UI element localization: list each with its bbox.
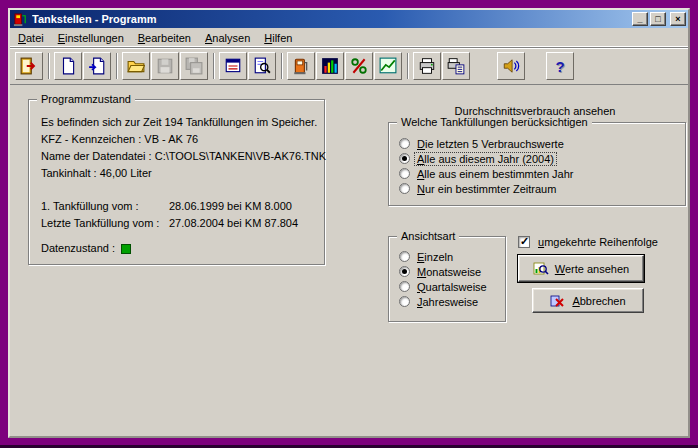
radio-yearly[interactable]: Jahresweise bbox=[399, 294, 505, 309]
radio-icon bbox=[399, 296, 410, 307]
last-fill-value: 27.08.2004 bei KM 87.804 bbox=[169, 215, 298, 232]
menu-hilfen[interactable]: Hilfen bbox=[257, 29, 299, 47]
radio-icon bbox=[399, 266, 410, 277]
new-entry-icon bbox=[88, 57, 106, 75]
radio-label: Alle aus diesem Jahr (2004) bbox=[415, 153, 556, 165]
program-state-group: Programmzustand Es befinden sich zur Zei… bbox=[28, 99, 325, 265]
toolbar-exit-button[interactable] bbox=[15, 52, 43, 80]
new-file-icon bbox=[59, 57, 77, 75]
radio-quarterly[interactable]: Quartalsweise bbox=[399, 279, 505, 294]
view-values-button-label: Werte ansehen bbox=[555, 263, 629, 275]
radio-label: Monatsweise bbox=[415, 266, 483, 278]
exit-icon bbox=[20, 57, 38, 75]
toolbar-save-button[interactable] bbox=[151, 52, 179, 80]
close-button[interactable]: × bbox=[670, 12, 686, 26]
radio-icon bbox=[399, 251, 410, 262]
toolbar-line-chart-button[interactable] bbox=[374, 52, 402, 80]
first-fill-value: 28.06.1999 bei KM 8.000 bbox=[169, 198, 292, 215]
toolbar-print-button[interactable] bbox=[413, 52, 441, 80]
radio-icon bbox=[399, 183, 410, 194]
menu-analysen[interactable]: Analysen bbox=[198, 29, 257, 47]
magnifier-chart-icon bbox=[533, 261, 549, 277]
toolbar-separator bbox=[213, 53, 215, 79]
status-ok-indicator bbox=[121, 244, 131, 254]
radio-single[interactable]: Einzeln bbox=[399, 249, 505, 264]
program-state-line: Es befinden sich zur Zeit 194 Tankfüllun… bbox=[41, 114, 324, 131]
radio-this-year[interactable]: Alle aus diesem Jahr (2004) bbox=[399, 151, 685, 166]
program-state-group-title: Programmzustand bbox=[37, 93, 135, 105]
view-mode-group: Ansichtsart Einzeln Monatsweise Quartals… bbox=[388, 236, 506, 322]
toolbar-view-data-button[interactable] bbox=[219, 52, 247, 80]
menu-bar: Datei Einstellungen Bearbeiten Analysen … bbox=[10, 28, 688, 48]
menu-einstellungen[interactable]: Einstellungen bbox=[51, 29, 131, 47]
first-fill-row: 1. Tankfüllung vom : 28.06.1999 bei KM 8… bbox=[41, 198, 324, 215]
save-as-icon bbox=[185, 57, 203, 75]
app-icon bbox=[13, 12, 28, 27]
last-fill-row: Letzte Tankfüllung vom : 27.08.2004 bei … bbox=[41, 215, 324, 232]
toolbar-percent-button[interactable] bbox=[345, 52, 373, 80]
radio-label: Jahresweise bbox=[415, 296, 480, 308]
percent-icon bbox=[350, 57, 368, 75]
toolbar-print-preview-button[interactable] bbox=[442, 52, 470, 80]
print-preview-icon bbox=[447, 57, 465, 75]
toolbar-separator bbox=[48, 53, 50, 79]
maximize-button[interactable]: □ bbox=[650, 12, 666, 26]
toolbar-sound-button[interactable] bbox=[497, 52, 525, 80]
reverse-order-checkbox-row[interactable]: umgekehrte Reihenfolge bbox=[518, 236, 660, 248]
program-state-line: Tankinhalt : 46,00 Liter bbox=[41, 165, 324, 182]
toolbar-separator bbox=[407, 53, 409, 79]
toolbar-separator bbox=[281, 53, 283, 79]
radio-label: Nur ein bestimmter Zeitraum bbox=[415, 183, 558, 195]
toolbar-fuel-entry-button[interactable] bbox=[287, 52, 315, 80]
view-values-button[interactable]: Werte ansehen bbox=[518, 255, 644, 282]
help-icon: ? bbox=[555, 58, 564, 75]
first-fill-label: 1. Tankfüllung vom : bbox=[41, 198, 169, 215]
toolbar-save-as-button[interactable] bbox=[180, 52, 208, 80]
radio-specific-year[interactable]: Alle aus einem bestimmten Jahr bbox=[399, 166, 685, 181]
toolbar-bar-chart-button[interactable] bbox=[316, 52, 344, 80]
radio-icon bbox=[399, 168, 410, 179]
filter-group: Welche Tankfüllungen berücksichtigen Die… bbox=[388, 122, 686, 206]
save-icon bbox=[156, 57, 174, 75]
last-fill-label: Letzte Tankfüllung vom : bbox=[41, 215, 169, 232]
filter-group-title: Welche Tankfüllungen berücksichtigen bbox=[397, 116, 592, 128]
minimize-button[interactable]: _ bbox=[632, 12, 648, 26]
toolbar-help-button[interactable]: ? bbox=[546, 52, 574, 80]
open-folder-icon bbox=[127, 57, 145, 75]
window-title: Tankstellen - Programm bbox=[32, 13, 632, 25]
toolbar-preview-button[interactable] bbox=[248, 52, 276, 80]
data-state-label: Datenzustand : bbox=[41, 240, 115, 257]
toolbar: ? bbox=[10, 48, 688, 85]
app-window: Tankstellen - Programm _ □ × Datei Einst… bbox=[8, 8, 690, 438]
view-mode-group-title: Ansichtsart bbox=[397, 230, 459, 242]
checkbox-icon bbox=[518, 236, 530, 248]
fuel-entry-icon bbox=[292, 57, 310, 75]
toolbar-separator bbox=[116, 53, 118, 79]
radio-icon bbox=[399, 138, 410, 149]
toolbar-new-file-button[interactable] bbox=[54, 52, 82, 80]
radio-label: Alle aus einem bestimmten Jahr bbox=[415, 168, 576, 180]
radio-monthly[interactable]: Monatsweise bbox=[399, 264, 505, 279]
menu-bearbeiten[interactable]: Bearbeiten bbox=[131, 29, 198, 47]
preview-icon bbox=[253, 57, 271, 75]
main-content: Programmzustand Es befinden sich zur Zei… bbox=[10, 85, 688, 436]
radio-label: Die letzten 5 Verbrauchswerte bbox=[415, 138, 566, 150]
toolbar-new-entry-button[interactable] bbox=[83, 52, 111, 80]
titlebar[interactable]: Tankstellen - Programm _ □ × bbox=[10, 10, 688, 28]
desktop: { "colors": { "desktop": "#7d007d", "tit… bbox=[0, 0, 698, 448]
toolbar-open-button[interactable] bbox=[122, 52, 150, 80]
program-state-line: KFZ - Kennzeichen : VB - AK 76 bbox=[41, 131, 324, 148]
menu-datei[interactable]: Datei bbox=[11, 29, 51, 47]
radio-time-range[interactable]: Nur ein bestimmter Zeitraum bbox=[399, 181, 685, 196]
radio-last-5-values[interactable]: Die letzten 5 Verbrauchswerte bbox=[399, 136, 685, 151]
line-chart-icon bbox=[379, 57, 397, 75]
print-icon bbox=[418, 57, 436, 75]
data-state-row: Datenzustand : bbox=[41, 240, 324, 257]
sound-icon bbox=[502, 57, 520, 75]
program-state-line: Name der Datendatei : C:\TOOLS\TANKEN\VB… bbox=[41, 148, 324, 165]
checkbox-label: umgekehrte Reihenfolge bbox=[536, 236, 660, 248]
bar-chart-icon bbox=[321, 57, 339, 75]
view-data-icon bbox=[224, 57, 242, 75]
cancel-button-label: Abbrechen bbox=[572, 295, 625, 307]
cancel-button[interactable]: Abbrechen bbox=[532, 288, 644, 313]
